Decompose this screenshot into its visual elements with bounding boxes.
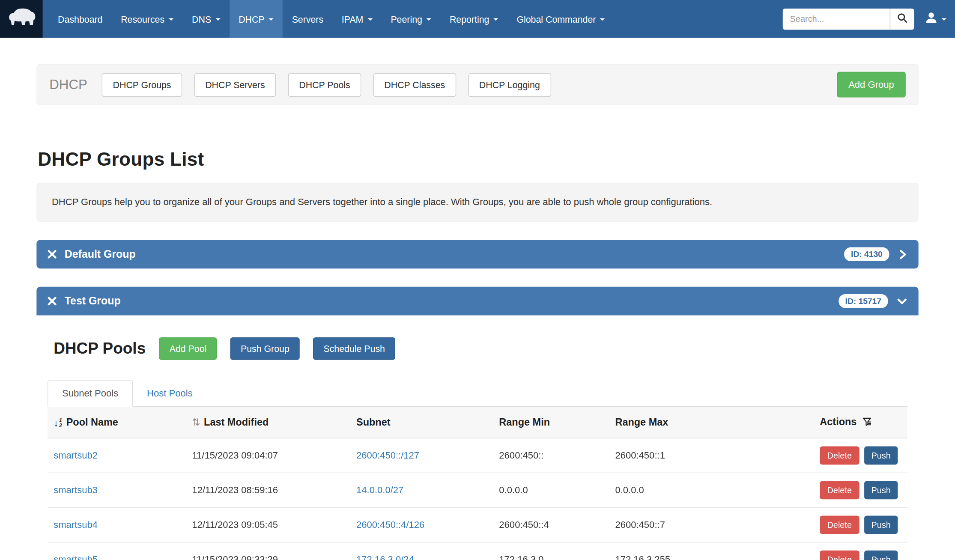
range-min-cell: 172.16.3.0 xyxy=(493,542,609,560)
sort-icon[interactable]: ⇅ xyxy=(192,417,200,427)
nav-item-resources[interactable]: Resources xyxy=(112,0,183,38)
header-label: Pool Name xyxy=(66,416,118,427)
page-description: DHCP Groups help you to organize all of … xyxy=(36,183,918,222)
table-row: smartsub2 11/15/2023 09:04:07 2600:450::… xyxy=(48,438,907,473)
page-title: DHCP Groups List xyxy=(38,149,955,170)
nav-label: Reporting xyxy=(450,14,489,24)
header-label: Range Min xyxy=(499,417,550,428)
nav-item-dhcp[interactable]: DHCP xyxy=(230,0,283,38)
range-max-cell: 2600:450::7 xyxy=(609,507,814,542)
add-pool-button[interactable]: Add Pool xyxy=(159,337,217,360)
pool-name-link[interactable]: smartsub4 xyxy=(54,519,98,530)
nav-item-global-commander[interactable]: Global Commander xyxy=(507,0,614,38)
dhcp-pools-button[interactable]: DHCP Pools xyxy=(288,73,361,96)
group-name: Default Group xyxy=(65,248,136,261)
nav-label: IPAM xyxy=(342,14,364,24)
group-name: Test Group xyxy=(65,295,121,307)
subnet-link[interactable]: 2600:450::/127 xyxy=(356,450,419,460)
range-max-cell: 172.16.3.255 xyxy=(609,542,814,560)
range-min-cell: 2600:450:: xyxy=(493,438,609,473)
app-root: Dashboard Resources DNS DHCP Servers IPA… xyxy=(0,0,955,560)
search-button[interactable] xyxy=(890,8,914,30)
group-body: DHCP Pools Add Pool Push Group Schedule … xyxy=(36,316,918,560)
range-max-cell: 0.0.0.0 xyxy=(609,473,814,507)
panel-title: DHCP Pools xyxy=(54,339,146,358)
dhcp-classes-button[interactable]: DHCP Classes xyxy=(373,73,456,96)
dhcp-groups-button[interactable]: DHCP Groups xyxy=(102,73,182,96)
group-header-test[interactable]: Test Group ID: 15717 xyxy=(36,287,918,316)
filter-icon[interactable] xyxy=(862,417,871,429)
pool-name-link[interactable]: smartsub3 xyxy=(54,485,98,495)
push-button[interactable]: Push xyxy=(864,516,898,534)
delete-button[interactable]: Delete xyxy=(820,481,859,500)
header-label: Last Modified xyxy=(204,417,269,428)
table-row: smartsub5 11/15/2023 09:33:29 172.16.3.0… xyxy=(48,542,907,560)
table-row: smartsub4 12/11/2023 09:05:45 2600:450::… xyxy=(48,507,907,542)
subnet-link[interactable]: 14.0.0.0/27 xyxy=(356,485,403,495)
header-label: Subnet xyxy=(356,417,391,428)
nav-item-peering[interactable]: Peering xyxy=(382,0,441,38)
header-pool-name[interactable]: ↓12Pool Name xyxy=(48,407,186,438)
delete-button[interactable]: Delete xyxy=(820,551,859,560)
push-group-button[interactable]: Push Group xyxy=(230,337,300,360)
search-icon xyxy=(897,13,907,25)
header-range-max[interactable]: Range Max xyxy=(609,407,814,438)
pool-tabs: Subnet Pools Host Pools xyxy=(48,380,907,407)
dhcp-logging-button[interactable]: DHCP Logging xyxy=(468,73,551,96)
toolbar-title: DHCP xyxy=(49,77,87,92)
group-id-badge: ID: 15717 xyxy=(839,294,888,308)
chevron-down-icon[interactable] xyxy=(896,296,907,306)
nav-item-ipam[interactable]: IPAM xyxy=(332,0,382,38)
nav-label: Global Commander xyxy=(516,14,596,24)
row-actions: Delete Push xyxy=(820,551,901,560)
header-last-modified[interactable]: ⇅Last Modified xyxy=(186,407,350,438)
table-header-row: ↓12Pool Name ⇅Last Modified Subnet Range… xyxy=(48,407,907,438)
app-logo[interactable] xyxy=(0,0,43,38)
chevron-down-icon xyxy=(942,18,946,21)
nav-item-reporting[interactable]: Reporting xyxy=(441,0,508,38)
delete-button[interactable]: Delete xyxy=(820,446,859,465)
user-icon xyxy=(924,10,938,27)
push-button[interactable]: Push xyxy=(864,446,898,465)
tab-host-pools[interactable]: Host Pools xyxy=(133,381,206,406)
chevron-down-icon xyxy=(493,18,498,21)
tab-subnet-pools[interactable]: Subnet Pools xyxy=(48,380,133,407)
chevron-down-icon xyxy=(367,18,372,21)
header-range-min[interactable]: Range Min xyxy=(493,407,609,438)
dhcp-pools-header: DHCP Pools Add Pool Push Group Schedule … xyxy=(54,316,907,360)
remove-group-icon[interactable] xyxy=(48,297,57,306)
push-button[interactable]: Push xyxy=(864,481,898,500)
add-group-button[interactable]: Add Group xyxy=(837,72,906,98)
push-button[interactable]: Push xyxy=(864,551,898,560)
schedule-push-button[interactable]: Schedule Push xyxy=(313,337,395,360)
dhcp-toolbar: DHCP DHCP Groups DHCP Servers DHCP Pools… xyxy=(36,64,918,105)
last-modified-cell: 11/15/2023 09:33:29 xyxy=(186,542,350,560)
chevron-down-icon xyxy=(427,18,431,21)
range-max-cell: 2600:450::1 xyxy=(609,438,814,473)
remove-group-icon[interactable] xyxy=(48,250,57,259)
header-subnet[interactable]: Subnet xyxy=(350,407,493,438)
pool-name-link[interactable]: smartsub2 xyxy=(54,450,98,460)
delete-button[interactable]: Delete xyxy=(820,516,859,534)
dhcp-servers-button[interactable]: DHCP Servers xyxy=(194,73,276,96)
row-actions: Delete Push xyxy=(820,446,901,465)
range-min-cell: 2600:450::4 xyxy=(493,507,609,542)
sort-numeric-icon[interactable]: ↓12 xyxy=(54,417,62,428)
nav-item-servers[interactable]: Servers xyxy=(283,0,332,38)
pool-name-link[interactable]: smartsub5 xyxy=(54,554,98,560)
group-header-default[interactable]: Default Group ID: 4130 xyxy=(36,240,918,268)
nav-item-dns[interactable]: DNS xyxy=(183,0,230,38)
group-default: Default Group ID: 4130 xyxy=(36,240,918,268)
subnet-pools-table: ↓12Pool Name ⇅Last Modified Subnet Range… xyxy=(48,407,907,560)
chevron-down-icon xyxy=(269,18,274,21)
nav-item-dashboard[interactable]: Dashboard xyxy=(49,0,112,38)
search-input[interactable] xyxy=(783,8,890,30)
subnet-link[interactable]: 172.16.3.0/24 xyxy=(356,554,414,560)
nav-label: DNS xyxy=(192,14,211,24)
header-actions: Actions xyxy=(814,407,907,438)
nav-label: Servers xyxy=(292,14,324,24)
chevron-right-icon[interactable] xyxy=(898,249,907,260)
subnet-link[interactable]: 2600:450::4/126 xyxy=(356,519,424,530)
chevron-down-icon xyxy=(215,18,220,21)
user-menu[interactable] xyxy=(924,10,946,27)
